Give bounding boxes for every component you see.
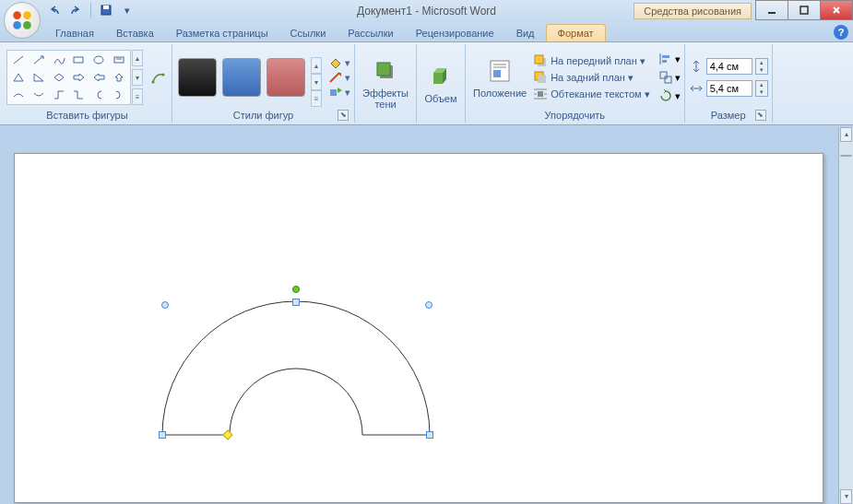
handle-bottom-left[interactable]: [159, 431, 166, 439]
shape-rtriangle-icon[interactable]: [30, 70, 48, 86]
quick-access-toolbar: ▾: [46, 2, 136, 18]
width-input[interactable]: [706, 80, 752, 97]
gallery-scroll: ▴ ▾ ≡: [132, 50, 143, 105]
shape-outline-button[interactable]: ▾: [328, 71, 350, 84]
svg-rect-26: [538, 75, 546, 83]
svg-point-0: [13, 11, 21, 19]
vertical-scrollbar[interactable]: ▴ ▾: [838, 127, 853, 504]
style-swatch-red[interactable]: [267, 58, 305, 97]
arrange-tools: ▾ ▾ ▾: [658, 52, 681, 103]
undo-button[interactable]: [46, 2, 63, 18]
scroll-thumb[interactable]: [840, 155, 852, 157]
svg-rect-18: [377, 63, 390, 76]
group-insert-shapes: ▴ ▾ ≡ Вставить фигуры: [3, 44, 172, 123]
shape-connector1-icon[interactable]: [50, 87, 68, 102]
rotate-handle[interactable]: [292, 286, 300, 293]
page[interactable]: [14, 153, 823, 503]
qat-customize[interactable]: ▾: [119, 2, 136, 18]
align-button[interactable]: ▾: [658, 52, 681, 66]
width-spinner[interactable]: ▲▼: [755, 80, 768, 97]
shape-arrow-icon[interactable]: [30, 53, 48, 68]
shape-textbox-icon[interactable]: [110, 53, 128, 68]
tab-mailings[interactable]: Рассылки: [337, 25, 404, 41]
styles-down-icon[interactable]: ▾: [311, 74, 322, 90]
3d-label: Объем: [424, 93, 456, 104]
scroll-down-icon[interactable]: ▾: [840, 489, 852, 504]
gallery-more-icon[interactable]: ≡: [132, 88, 143, 105]
shape-line-icon[interactable]: [9, 53, 28, 68]
height-input[interactable]: [706, 58, 752, 75]
handle-top-left[interactable]: [161, 301, 169, 309]
shape-oval-icon[interactable]: [89, 53, 108, 68]
styles-scroll: ▴ ▾ ≡: [311, 57, 322, 98]
shape-arrow-left-icon[interactable]: [89, 70, 108, 86]
change-shape-button[interactable]: ▾: [328, 86, 350, 99]
position-button[interactable]: Положение: [469, 54, 530, 100]
close-button[interactable]: [820, 0, 853, 20]
shape-connector2-icon[interactable]: [70, 87, 89, 102]
svg-point-1: [23, 11, 31, 19]
height-row: ▲▼: [689, 58, 768, 75]
save-button[interactable]: [98, 2, 114, 18]
redo-button[interactable]: [67, 2, 84, 18]
gallery-down-icon[interactable]: ▾: [132, 69, 143, 86]
svg-rect-36: [665, 76, 671, 83]
position-label: Положение: [473, 88, 527, 99]
shadow-effects-button[interactable]: Эффекты тени: [359, 54, 412, 111]
edit-shape-button[interactable]: [149, 68, 168, 87]
office-button[interactable]: [4, 2, 41, 39]
svg-rect-27: [538, 91, 543, 97]
handle-top-right[interactable]: [425, 301, 432, 309]
group-label-arrange: Упорядочить: [469, 109, 681, 123]
tab-insert[interactable]: Вставка: [105, 25, 165, 41]
shape-arrow-right-icon[interactable]: [70, 70, 89, 86]
handle-bottom-right[interactable]: [426, 431, 433, 439]
tab-page-layout[interactable]: Разметка страницы: [165, 25, 279, 41]
styles-launcher-icon[interactable]: ⬊: [338, 110, 349, 121]
style-swatch-dark[interactable]: [178, 58, 217, 97]
size-launcher-icon[interactable]: ⬊: [755, 110, 766, 121]
shape-triangle-icon[interactable]: [9, 70, 28, 86]
shape-diamond-icon[interactable]: [50, 70, 68, 86]
style-tools: ▾ ▾ ▾: [328, 56, 350, 99]
svg-point-3: [23, 21, 31, 29]
send-to-back-button[interactable]: На задний план ▾: [533, 70, 650, 85]
handle-top-mid[interactable]: [292, 299, 300, 306]
group-label-styles: Стили фигур⬊: [176, 109, 350, 123]
height-spinner[interactable]: ▲▼: [755, 58, 768, 75]
tab-review[interactable]: Рецензирование: [405, 25, 505, 41]
svg-rect-35: [660, 72, 667, 78]
text-wrapping-button[interactable]: Обтекание текстом ▾: [533, 87, 650, 101]
style-swatch-blue[interactable]: [222, 58, 261, 97]
tab-references[interactable]: Ссылки: [279, 25, 338, 41]
shape-brace1-icon[interactable]: [89, 87, 108, 102]
group-button[interactable]: ▾: [658, 70, 681, 85]
tab-home[interactable]: Главная: [44, 25, 105, 41]
shape-rect-icon[interactable]: [70, 53, 89, 68]
tab-view[interactable]: Вид: [505, 25, 546, 41]
tab-format[interactable]: Формат: [546, 24, 606, 41]
svg-line-8: [14, 56, 23, 64]
gallery-up-icon[interactable]: ▴: [132, 50, 143, 66]
scroll-up-icon[interactable]: ▴: [840, 127, 852, 142]
selected-shape-block-arc[interactable]: [148, 292, 444, 460]
shapes-gallery[interactable]: [6, 50, 131, 105]
rotate-button[interactable]: ▾: [658, 88, 681, 103]
bring-to-front-button[interactable]: На передний план ▾: [533, 53, 650, 68]
maximize-button[interactable]: [788, 0, 821, 20]
shape-fill-button[interactable]: ▾: [328, 56, 350, 69]
styles-up-icon[interactable]: ▴: [311, 57, 322, 74]
3d-effects-button[interactable]: Объем: [421, 60, 461, 106]
help-icon[interactable]: ?: [834, 25, 848, 40]
svg-point-14: [152, 81, 155, 84]
shape-curve1-icon[interactable]: [9, 87, 28, 102]
window-title: Документ1 - Microsoft Word: [357, 5, 496, 18]
shape-brace2-icon[interactable]: [110, 87, 128, 102]
shape-freeform-icon[interactable]: [50, 53, 68, 68]
shape-curve2-icon[interactable]: [30, 87, 48, 102]
document-area: ▴ ▾: [0, 127, 853, 504]
styles-more-icon[interactable]: ≡: [311, 90, 322, 107]
shape-arrow-up-icon[interactable]: [110, 70, 128, 86]
minimize-button[interactable]: [755, 0, 788, 20]
svg-rect-22: [493, 70, 501, 77]
